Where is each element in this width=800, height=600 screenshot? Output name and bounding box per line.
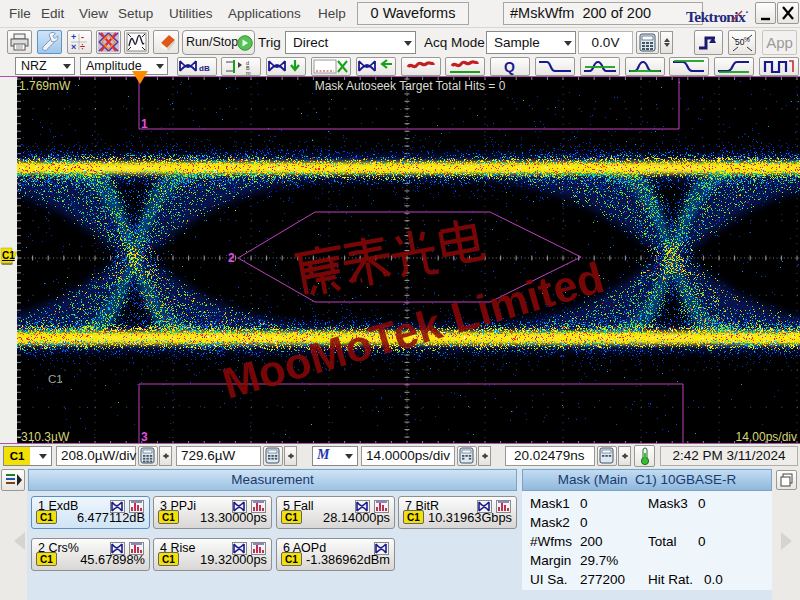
- svg-text:-310.3µW: -310.3µW: [17, 430, 70, 444]
- svg-text:×: ×: [71, 42, 76, 52]
- svg-text:÷: ÷: [80, 42, 85, 52]
- svg-text:+: +: [71, 32, 76, 42]
- svg-text:C1: C1: [48, 373, 63, 385]
- svg-text:C1: C1: [2, 250, 15, 261]
- svg-text:-: -: [81, 32, 84, 42]
- svg-text:1.769mW: 1.769mW: [19, 79, 71, 93]
- svg-text:3: 3: [141, 430, 148, 444]
- svg-text:1: 1: [141, 117, 148, 131]
- svg-text:Q: Q: [504, 59, 515, 75]
- svg-text:dB: dB: [199, 64, 210, 73]
- svg-text:2: 2: [228, 251, 235, 265]
- svg-text:Mask Autoseek Target Total Hit: Mask Autoseek Target Total Hits = 0: [315, 79, 506, 93]
- svg-text:14.00ps/div: 14.00ps/div: [736, 430, 797, 444]
- svg-text:m: m: [246, 70, 251, 75]
